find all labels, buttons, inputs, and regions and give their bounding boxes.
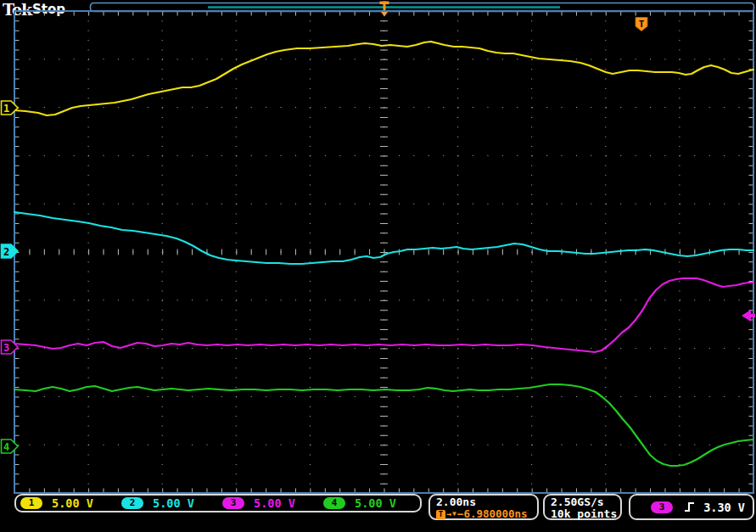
channel-4-readout[interactable]: 4 5.00 V [319, 496, 420, 510]
channel-2-readout[interactable]: 2 5.00 V [117, 496, 218, 510]
channel-3-scale: 5.00 V [254, 496, 295, 510]
trigger-t-icon: T [436, 510, 445, 519]
channel-2-marker[interactable]: 2 [2, 244, 19, 258]
channel-1-scale: 5.00 V [52, 496, 93, 510]
svg-text:4: 4 [3, 441, 9, 453]
channel-1-badge[interactable]: 1 [20, 497, 42, 509]
channel-4-badge[interactable]: 4 [323, 497, 345, 509]
channel-3-readout[interactable]: 3 5.00 V [218, 496, 319, 510]
trigger-point-icon[interactable]: T [636, 18, 647, 31]
timebase-readout-box[interactable]: 2.00ns T → ▼ −6.980000ns [428, 494, 539, 520]
channel-1-marker[interactable]: 1 [2, 101, 19, 115]
waveform-ch1 [14, 42, 753, 115]
waveform-ch2 [14, 212, 753, 264]
channel-3-badge[interactable]: 3 [222, 497, 244, 509]
trigger-delay-value: −6.980000ns [457, 508, 528, 520]
channel-4-scale: 5.00 V [355, 496, 396, 510]
svg-text:T: T [639, 19, 645, 30]
trigger-level-value: 3.30 V [703, 501, 745, 514]
delay-triangle-icon: ▼ [452, 508, 456, 520]
trigger-delay-readout: T → ▼ −6.980000ns [436, 508, 537, 520]
oscilloscope-screen: Tek Stop 1234 T 1 5.00 V [0, 0, 756, 532]
scope-display: 1234 T [0, 0, 756, 532]
channel-4-marker[interactable]: 4 [2, 440, 19, 453]
waveform-ch3 [14, 278, 753, 352]
delay-arrow-icon: → [446, 508, 451, 520]
acquisition-readout-box[interactable]: 2.50GS/s 10k points [543, 494, 622, 520]
channel-2-badge[interactable]: 2 [121, 497, 143, 509]
channel-2-scale: 5.00 V [153, 496, 194, 510]
svg-text:1: 1 [3, 103, 9, 115]
rising-edge-icon [683, 501, 696, 513]
readout-bar: 1 5.00 V 2 5.00 V 3 5.00 V 4 5.00 V 2.00… [0, 493, 756, 532]
trigger-source-badge[interactable]: 3 [651, 501, 673, 513]
graticule-grid [14, 11, 753, 493]
record-length: 10k points [551, 508, 620, 520]
timebase-scale: 2.00ns [436, 496, 537, 508]
trigger-readout-box[interactable]: 3 3.30 V [629, 494, 754, 520]
channel-readout-box[interactable]: 1 5.00 V 2 5.00 V 3 5.00 V 4 5.00 V [14, 494, 422, 512]
sample-rate: 2.50GS/s [551, 496, 620, 508]
channel-1-readout[interactable]: 1 5.00 V [16, 496, 117, 510]
channel-3-marker[interactable]: 3 [2, 340, 19, 354]
svg-text:2: 2 [3, 246, 9, 258]
svg-text:3: 3 [3, 342, 9, 354]
